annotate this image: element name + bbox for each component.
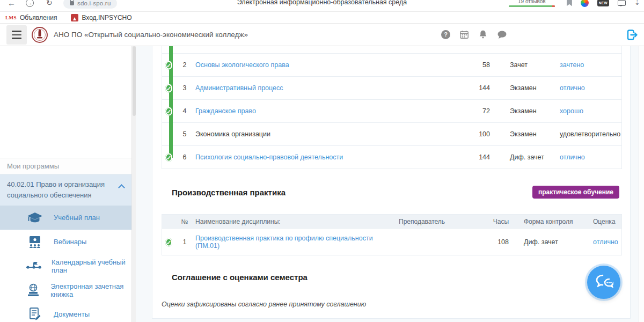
support-chat-button[interactable] xyxy=(587,266,620,299)
sidebar-item-curriculum[interactable]: Учебный план xyxy=(0,206,131,230)
sidebar-item-label: Документы xyxy=(54,310,90,318)
table-row: ✓3Административный процесс144Экзаменотли… xyxy=(162,76,621,99)
bookmark-label: Объявления xyxy=(20,14,57,21)
document-pen-icon xyxy=(26,308,44,321)
control-form-cell: Диф. зачет xyxy=(519,238,581,246)
webinar-icon xyxy=(26,236,44,248)
practice-type-badge: практическое обучение xyxy=(532,186,619,199)
sidebar-item-calendar-plan[interactable]: Календарный учебный план xyxy=(0,254,131,278)
help-icon[interactable]: ? xyxy=(441,30,450,39)
page-scrollbar[interactable] xyxy=(639,46,644,322)
discipline-link[interactable]: Гражданское право xyxy=(195,107,458,115)
milestones-icon xyxy=(26,261,42,272)
completed-check-icon: ✓ xyxy=(165,60,172,70)
reviews-widget[interactable]: 19 отзывов xyxy=(509,0,555,7)
control-form-cell: Экзамен xyxy=(490,107,560,115)
messages-icon[interactable] xyxy=(497,30,507,39)
completed-check-icon: ✓ xyxy=(165,106,172,116)
control-form-cell: Экзамен xyxy=(490,130,560,138)
graduation-cap-icon xyxy=(26,212,44,224)
bookmarks-bar: LMS Объявления Вход.INPSYCHO xyxy=(0,12,644,24)
sidebar-section-title: Мои программы xyxy=(0,158,131,174)
table-row-partial xyxy=(162,46,621,53)
sidebar: Мои программы 40.02.01 Право и организац… xyxy=(0,46,131,322)
app-header: АНО ПО «Открытый социально-экономический… xyxy=(0,24,644,46)
agreement-heading: Соглашение с оценками семестра xyxy=(172,273,619,282)
table-row: ✓4Гражданское право72Экзаменхорошо xyxy=(162,99,621,122)
row-number: 1 xyxy=(174,238,195,246)
sidebar-empty-panel xyxy=(0,46,131,158)
practice-table: № Наименование дисциплины: Преподаватель… xyxy=(162,214,622,255)
discipline-link[interactable]: Психология социально-правовой деятельнос… xyxy=(195,153,458,161)
completed-check-icon: ✓ xyxy=(165,83,172,93)
agreement-note: Оценки зафиксированы согласно ранее прин… xyxy=(162,301,619,308)
college-title: АНО ПО «Открытый социально-экономический… xyxy=(54,31,248,39)
sidebar-program-header[interactable]: 40.02.01 Право и организация социального… xyxy=(0,174,131,206)
chat-bubbles-icon xyxy=(594,274,613,291)
content-card: ✓2Основы экологического права58Зачетзачт… xyxy=(152,46,631,319)
semester-table: ✓2Основы экологического права58Зачетзачт… xyxy=(162,46,622,169)
hours-cell: 58 xyxy=(458,61,490,69)
sidebar-item-webinars[interactable]: Вебинары xyxy=(0,230,131,254)
table-row: 5Экономика организации100Экзаменудовлетв… xyxy=(162,122,621,145)
reviews-rating-bar xyxy=(509,5,555,7)
calendar-icon[interactable] xyxy=(459,30,469,39)
row-number: 2 xyxy=(174,61,195,69)
grade-link[interactable]: отлично xyxy=(581,238,621,246)
hours-cell: 144 xyxy=(458,153,490,161)
bookmark-inpsycho[interactable]: Вход.INPSYCHO xyxy=(71,14,131,21)
sidebar-item-label: Календарный учебный план xyxy=(52,258,131,274)
grade-value: удовлетворительно xyxy=(560,130,621,138)
discipline-link[interactable]: Административный процесс xyxy=(195,84,458,92)
main-area: ✓2Основы экологического права58Зачетзачт… xyxy=(136,46,644,322)
download-icon[interactable]: ⇣ xyxy=(634,0,640,6)
progress-dot-icon xyxy=(165,129,166,139)
row-number: 3 xyxy=(174,84,195,92)
completed-check-icon: ✓ xyxy=(165,237,172,247)
sidebar-item-documents[interactable]: Документы xyxy=(0,302,131,322)
grade-link[interactable]: хорошо xyxy=(560,107,621,115)
sidebar-item-label: Учебный план xyxy=(54,214,100,222)
sidebar-scrollbar[interactable] xyxy=(131,46,136,322)
discipline-link[interactable]: Производственная практика по профилю спе… xyxy=(195,235,399,250)
chevron-up-icon xyxy=(118,184,125,191)
emblem-favicon xyxy=(71,14,78,21)
control-form-cell: Экзамен xyxy=(490,84,560,92)
hamburger-menu-button[interactable] xyxy=(6,25,27,45)
discipline-link[interactable]: Основы экологического права xyxy=(195,61,458,69)
logout-icon[interactable] xyxy=(626,28,639,41)
table-row: ✓1Производственная практика по профилю с… xyxy=(162,228,621,255)
column-header: № xyxy=(174,218,195,225)
sidebar-item-gradebook[interactable]: Электронная зачетная книжка xyxy=(0,278,131,302)
practice-section-heading: Производственная практика xyxy=(172,188,286,197)
row-number: 6 xyxy=(174,153,195,161)
table-row: ✓2Основы экологического права58Зачетзачт… xyxy=(162,53,621,76)
hours-cell: 72 xyxy=(458,107,490,115)
column-header: Форма контроля xyxy=(519,218,581,225)
extension-circle-icon[interactable] xyxy=(581,0,589,7)
grade-link[interactable]: зачтено xyxy=(560,61,621,69)
column-header: Оценка xyxy=(581,218,621,225)
discipline-name: Экономика организации xyxy=(195,130,458,138)
hours-cell: 108 xyxy=(482,238,509,246)
table-row: ✓6Психология социально-правовой деятельн… xyxy=(162,145,621,169)
globe-books-icon xyxy=(26,283,41,297)
bookmark-announcements[interactable]: LMS Объявления xyxy=(5,14,57,21)
column-header: Часы xyxy=(482,218,509,225)
hours-cell: 100 xyxy=(458,130,490,138)
lms-favicon: LMS xyxy=(5,15,17,20)
grade-link[interactable]: отлично xyxy=(560,153,621,161)
new-badge-icon[interactable]: NEW xyxy=(597,0,609,6)
bookmark-label: Вход.INPSYCHO xyxy=(82,14,131,21)
grade-link[interactable]: отлично xyxy=(560,84,621,92)
sidebar-item-label: Вебинары xyxy=(54,238,86,246)
hours-cell: 144 xyxy=(458,84,490,92)
college-logo xyxy=(31,26,48,43)
completed-check-icon: ✓ xyxy=(165,152,172,163)
chat-extension-icon[interactable] xyxy=(618,0,626,6)
notifications-bell-icon[interactable] xyxy=(478,30,488,39)
bookmark-flag-icon[interactable] xyxy=(567,0,572,6)
column-header: Наименование дисциплины: xyxy=(195,218,399,225)
control-form-cell: Зачет xyxy=(490,61,560,69)
control-form-cell: Диф. зачет xyxy=(490,153,560,161)
